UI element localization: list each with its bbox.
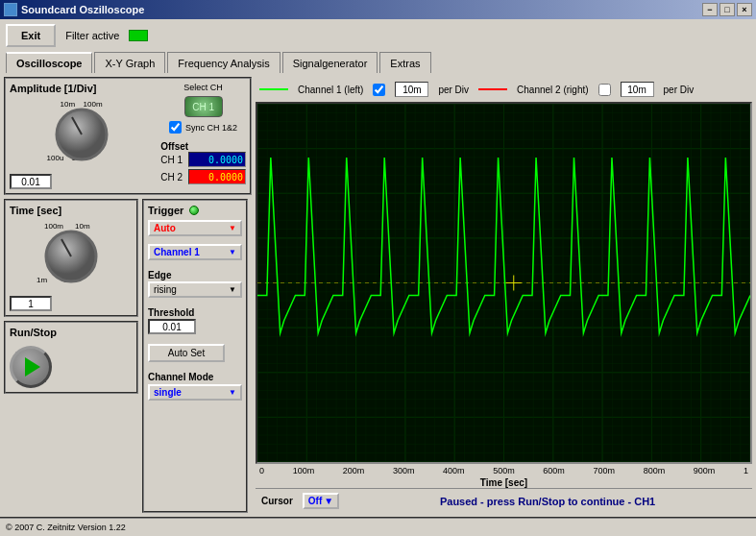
content-area: Amplitude [1/Div] 10m 100m 1 100u 1m <box>0 73 756 517</box>
x-label-0: 0 <box>259 466 264 475</box>
x-axis-title: Time [sec] <box>256 477 752 488</box>
trigger-mode-dropdown[interactable]: Auto ▼ <box>148 220 242 236</box>
tab-extras[interactable]: Extras <box>379 52 430 73</box>
time-input[interactable]: 1 <box>10 296 52 311</box>
maximize-button[interactable]: □ <box>719 3 735 16</box>
x-label-600m: 600m <box>543 466 565 475</box>
play-icon <box>25 357 40 377</box>
tabs-area: Oscilloscope X-Y Graph Frequency Analysi… <box>0 52 756 73</box>
offset-ch2-display: 0.0000 <box>188 169 246 184</box>
footer-text: © 2007 C. Zeitnitz Version 1.22 <box>6 523 126 532</box>
left-panel: Amplitude [1/Div] 10m 100m 1 100u 1m <box>4 77 252 513</box>
offset-ch2-row: CH 2 0.0000 <box>160 169 246 184</box>
close-button[interactable]: × <box>737 3 752 16</box>
trigger-header: Trigger <box>148 205 242 216</box>
x-label-800m: 800m <box>644 466 666 475</box>
channel-mode-label: Channel Mode <box>148 372 242 382</box>
offset-ch2-label: CH 2 <box>160 172 183 183</box>
cursor-label: Cursor <box>261 496 293 506</box>
title-bar: Soundcard Oszilloscope − □ × <box>0 0 756 19</box>
x-label-300m: 300m <box>393 466 415 475</box>
ch1-label: Channel 1 (left) <box>298 85 363 95</box>
ch2-label: Channel 2 (right) <box>517 85 588 95</box>
x-label-400m: 400m <box>443 466 465 475</box>
sync-label: Sync CH 1&2 <box>185 123 237 133</box>
threshold-input[interactable]: 0.01 <box>148 319 196 334</box>
right-col: Trigger Auto ▼ Channel 1 ▼ Edge <box>142 199 248 513</box>
app-icon <box>4 3 17 16</box>
x-axis-labels: 0 100m 200m 300m 400m 500m 600m 700m 800… <box>256 464 752 477</box>
x-label-200m: 200m <box>343 466 365 475</box>
osc-display <box>256 102 752 464</box>
ch2-per-div-unit: per Div <box>664 85 695 95</box>
dropdown-arrow-ch: ▼ <box>229 248 236 256</box>
channel-mode-section: Channel Mode single ▼ <box>148 372 242 401</box>
filter-led <box>129 30 148 41</box>
channel-bar: Channel 1 (left) per Div Channel 2 (righ… <box>256 77 752 102</box>
x-label-700m: 700m <box>593 466 615 475</box>
trigger-title: Trigger <box>148 205 183 216</box>
top-bar: Exit Filter active <box>0 19 756 52</box>
trigger-led <box>189 206 199 215</box>
edge-dropdown[interactable]: rising ▼ <box>148 281 242 298</box>
cursor-dropdown[interactable]: Off ▼ <box>303 493 339 509</box>
filter-label: Filter active <box>65 30 119 41</box>
tab-xy-graph[interactable]: X-Y Graph <box>94 52 165 73</box>
x-label-500m: 500m <box>493 466 515 475</box>
main-window: Exit Filter active Oscilloscope X-Y Grap… <box>0 19 756 536</box>
footer: © 2007 C. Zeitnitz Version 1.22 <box>0 517 756 536</box>
offset-ch1-label: CH 1 <box>160 155 183 165</box>
ch2-checkbox[interactable] <box>598 84 611 96</box>
select-ch-label: Select CH <box>183 83 223 92</box>
title-bar-left: Soundcard Oszilloscope <box>4 3 144 16</box>
x-label-1: 1 <box>744 466 748 475</box>
x-label-900m: 900m <box>694 466 716 475</box>
dropdown-arrow-edge: ▼ <box>229 285 236 294</box>
time-knob[interactable] <box>42 228 100 285</box>
time-section: Time [sec] 100m 10m 1 1m 10 <box>4 199 138 317</box>
tab-frequency-analysis[interactable]: Frequency Analysis <box>167 52 280 73</box>
osc-canvas <box>257 104 750 462</box>
runstop-button[interactable] <box>10 346 52 388</box>
sync-ch-row: Sync CH 1&2 <box>169 121 237 134</box>
app-title: Soundcard Oszilloscope <box>21 4 144 15</box>
tab-signalgenerator[interactable]: Signalgenerator <box>282 52 378 73</box>
osc-area: Channel 1 (left) per Div Channel 2 (righ… <box>256 77 752 513</box>
exit-button[interactable]: Exit <box>6 24 56 47</box>
amplitude-input[interactable]: 0.01 <box>10 174 52 189</box>
autoset-button[interactable]: Auto Set <box>148 344 225 362</box>
edge-label: Edge <box>148 270 242 280</box>
time-trigger-row: Time [sec] 100m 10m 1 1m 10 <box>4 199 252 513</box>
sync-checkbox[interactable] <box>169 121 182 134</box>
ch2-color-line <box>478 88 507 90</box>
channel-mode-dropdown[interactable]: single ▼ <box>148 384 242 401</box>
dropdown-arrow-mode: ▼ <box>229 224 236 232</box>
offset-title: Offset <box>160 141 246 152</box>
minimize-button[interactable]: − <box>702 3 718 16</box>
ch1-per-div-unit: per Div <box>438 85 469 95</box>
runstop-section: Run/Stop <box>4 321 138 394</box>
offset-ch1-row: CH 1 0.0000 <box>160 152 246 167</box>
amplitude-section: Amplitude [1/Div] 10m 100m 1 100u 1m <box>4 77 252 195</box>
amplitude-title: Amplitude [1/Div] <box>10 83 153 94</box>
amplitude-knob[interactable] <box>53 106 110 163</box>
tab-oscilloscope[interactable]: Oscilloscope <box>6 52 92 73</box>
trigger-channel-dropdown[interactable]: Channel 1 ▼ <box>148 244 242 260</box>
time-title: Time [sec] <box>10 205 133 216</box>
ch1-color-line <box>259 88 288 90</box>
cursor-arrow: ▼ <box>324 496 333 506</box>
offset-section: Offset CH 1 0.0000 CH 2 0.0000 <box>160 141 246 186</box>
dropdown-arrow-chmode: ▼ <box>229 388 236 397</box>
x-label-100m: 100m <box>293 466 315 475</box>
bottom-bar: Cursor Off ▼ Paused - press Run/Stop to … <box>256 488 752 513</box>
ch1-indicator: CH 1 <box>184 96 223 117</box>
threshold-label: Threshold <box>148 307 242 318</box>
ch2-per-div[interactable] <box>621 82 654 97</box>
runstop-title: Run/Stop <box>10 327 57 338</box>
ch1-checkbox[interactable] <box>373 84 385 96</box>
left-col: Time [sec] 100m 10m 1 1m 10 <box>4 199 138 513</box>
status-text: Paused - press Run/Stop to continue - CH… <box>349 496 746 507</box>
select-ch-area: Select CH CH 1 Sync CH 1&2 Offset <box>160 83 246 189</box>
trigger-section: Trigger Auto ▼ Channel 1 ▼ Edge <box>142 199 248 513</box>
ch1-per-div[interactable] <box>395 82 428 97</box>
